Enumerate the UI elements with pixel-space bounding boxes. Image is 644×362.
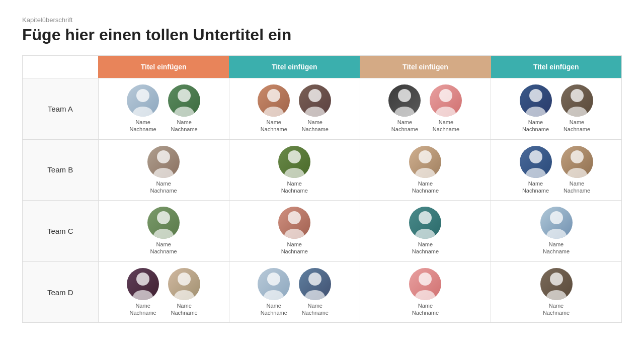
- person-card: Name Nachname: [278, 146, 310, 195]
- svg-point-10: [439, 89, 452, 102]
- person-card: Name Nachname: [520, 146, 552, 195]
- avatar: [299, 84, 331, 117]
- team-label: Team D: [23, 261, 98, 322]
- svg-point-7: [305, 107, 325, 117]
- team-cell: Name Nachname Name Nachname: [491, 139, 621, 201]
- column-header-team: [23, 56, 98, 78]
- team-cell: Name Nachname Name Nachname: [491, 78, 621, 140]
- svg-point-13: [526, 107, 546, 117]
- column-header-col4: Titel einfügen: [491, 56, 621, 78]
- person-card: Name Nachname: [168, 268, 200, 317]
- person-name: Name Nachname: [522, 119, 549, 133]
- person-card: Name Nachname: [127, 84, 159, 133]
- person-name: Name Nachname: [150, 241, 177, 255]
- svg-point-3: [174, 107, 194, 117]
- avatar: [168, 84, 200, 117]
- avatar: [258, 268, 290, 300]
- avatar: [388, 84, 421, 117]
- team-cell: Name Nachname: [360, 201, 491, 262]
- avatar: [127, 84, 159, 117]
- avatar: [561, 84, 593, 117]
- column-header-col3: Titel einfügen: [360, 56, 491, 78]
- person-name: Name Nachname: [391, 119, 418, 133]
- person-card: Name Nachname: [388, 84, 421, 133]
- svg-point-43: [415, 290, 435, 300]
- person-name: Name Nachname: [302, 119, 329, 133]
- avatar: [299, 268, 331, 300]
- avatar: [147, 207, 180, 239]
- svg-point-24: [571, 150, 584, 163]
- svg-point-16: [157, 150, 170, 163]
- team-cell: Name Nachname Name Nachname: [98, 78, 229, 140]
- svg-point-15: [567, 107, 587, 117]
- table-row: Team B Name Nachname Name Nachname Name …: [23, 139, 621, 201]
- svg-point-44: [550, 273, 563, 286]
- svg-point-23: [526, 168, 546, 178]
- person-card: Name Nachname: [258, 84, 290, 133]
- avatar: [278, 146, 310, 178]
- person-name: Name Nachname: [281, 241, 308, 255]
- person-name: Name Nachname: [433, 119, 459, 133]
- person-name: Name Nachname: [150, 180, 177, 195]
- svg-point-30: [419, 211, 432, 224]
- person-card: Name Nachname: [540, 207, 573, 255]
- chapter-label: Kapitelüberschrift: [22, 16, 622, 24]
- svg-point-38: [267, 273, 280, 286]
- team-cell: Name Nachname: [360, 261, 491, 322]
- svg-point-19: [284, 168, 304, 178]
- person-name: Name Nachname: [171, 302, 197, 317]
- person-name: Name Nachname: [302, 302, 329, 317]
- team-table: Titel einfügenTitel einfügenTitel einfüg…: [22, 55, 622, 323]
- team-cell: Name Nachname: [98, 201, 229, 262]
- svg-point-41: [305, 290, 325, 300]
- person-card: Name Nachname: [540, 268, 573, 317]
- main-title: Füge hier einen tollen Untertitel ein: [22, 26, 622, 44]
- person-card: Name Nachname: [561, 84, 593, 133]
- svg-point-31: [415, 229, 435, 239]
- svg-point-20: [419, 150, 432, 163]
- team-cell: Name Nachname: [491, 201, 621, 262]
- avatar: [409, 146, 441, 178]
- svg-point-28: [288, 211, 301, 224]
- person-card: Name Nachname: [258, 268, 290, 317]
- team-cell: Name Nachname Name Nachname: [98, 261, 229, 322]
- person-name: Name Nachname: [543, 302, 570, 317]
- svg-point-18: [288, 150, 301, 163]
- svg-point-26: [157, 211, 170, 224]
- person-card: Name Nachname: [430, 84, 462, 133]
- avatar: [258, 84, 290, 117]
- avatar: [278, 207, 310, 239]
- person-name: Name Nachname: [543, 241, 570, 255]
- team-cell: Name Nachname Name Nachname: [360, 78, 491, 140]
- table-row: Team C Name Nachname Name Nachname Name …: [23, 201, 621, 262]
- team-cell: Name Nachname: [491, 261, 621, 322]
- avatar: [540, 268, 573, 300]
- person-card: Name Nachname: [409, 146, 441, 195]
- person-name: Name Nachname: [564, 180, 590, 195]
- svg-point-45: [546, 290, 567, 300]
- svg-point-11: [436, 107, 456, 117]
- team-cell: Name Nachname Name Nachname: [229, 78, 360, 140]
- person-card: Name Nachname: [278, 207, 310, 255]
- team-cell: Name Nachname: [229, 139, 360, 201]
- avatar: [147, 146, 180, 178]
- svg-point-21: [415, 168, 435, 178]
- avatar: [127, 268, 159, 300]
- person-name: Name Nachname: [281, 180, 308, 195]
- avatar: [520, 146, 552, 178]
- svg-point-35: [133, 290, 153, 300]
- svg-point-6: [308, 89, 321, 102]
- team-cell: Name Nachname Name Nachname: [229, 261, 360, 322]
- person-name: Name Nachname: [522, 180, 549, 195]
- person-card: Name Nachname: [147, 207, 180, 255]
- person-name: Name Nachname: [129, 119, 156, 133]
- svg-point-40: [308, 273, 321, 286]
- svg-point-9: [394, 107, 415, 117]
- person-card: Name Nachname: [299, 84, 331, 133]
- svg-point-27: [153, 229, 174, 239]
- svg-point-29: [284, 229, 304, 239]
- svg-point-42: [419, 273, 432, 286]
- svg-point-33: [546, 229, 567, 239]
- svg-point-2: [178, 89, 191, 102]
- svg-point-4: [267, 89, 280, 102]
